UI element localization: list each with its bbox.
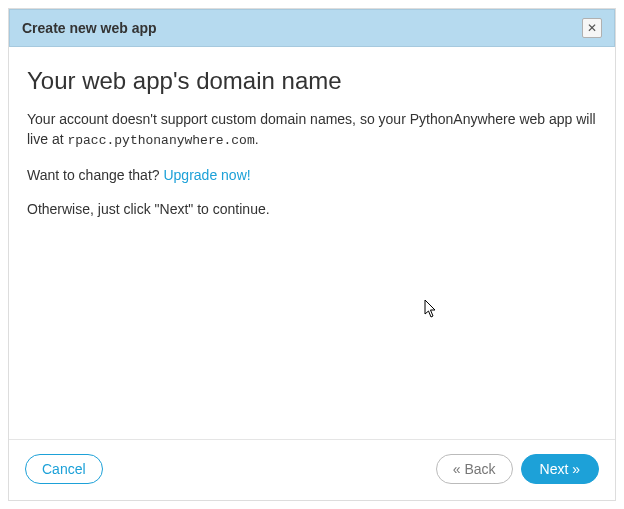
- upgrade-prompt: Want to change that? Upgrade now!: [27, 165, 597, 185]
- domain-name: rpacc.pythonanywhere.com: [67, 133, 254, 148]
- close-icon: ✕: [587, 21, 597, 35]
- close-button[interactable]: ✕: [582, 18, 602, 38]
- cancel-button[interactable]: Cancel: [25, 454, 103, 484]
- footer-right: « Back Next »: [436, 454, 599, 484]
- intro-after: .: [255, 131, 259, 147]
- otherwise-text: Otherwise, just click "Next" to continue…: [27, 199, 597, 219]
- page-heading: Your web app's domain name: [27, 67, 597, 95]
- upgrade-link[interactable]: Upgrade now!: [163, 167, 250, 183]
- intro-text: Your account doesn't support custom doma…: [27, 109, 597, 151]
- dialog-title: Create new web app: [22, 20, 157, 36]
- dialog: Create new web app ✕ Your web app's doma…: [8, 8, 616, 501]
- dialog-body: Your web app's domain name Your account …: [9, 47, 615, 439]
- back-button[interactable]: « Back: [436, 454, 513, 484]
- change-prompt: Want to change that?: [27, 167, 163, 183]
- dialog-footer: Cancel « Back Next »: [9, 439, 615, 500]
- dialog-header: Create new web app ✕: [9, 9, 615, 47]
- next-button[interactable]: Next »: [521, 454, 599, 484]
